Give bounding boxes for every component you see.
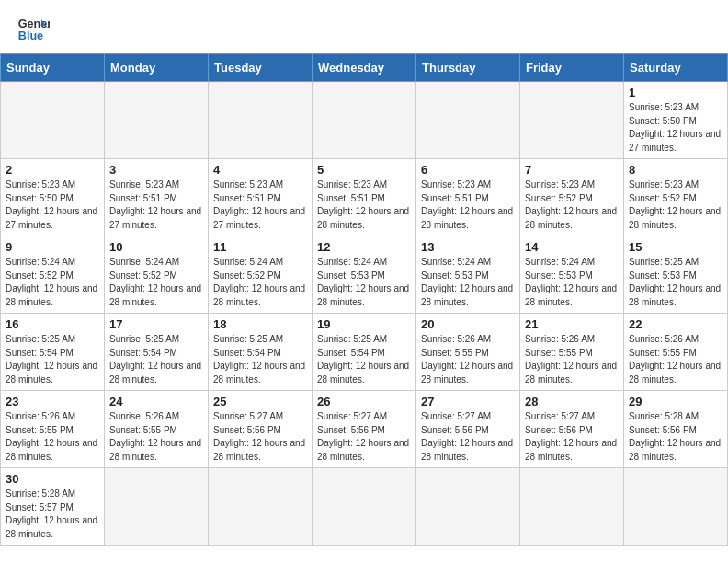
day-info: Sunrise: 5:27 AMSunset: 5:56 PMDaylight:…	[317, 410, 411, 464]
calendar-cell: 18Sunrise: 5:25 AMSunset: 5:54 PMDayligh…	[209, 314, 313, 391]
day-number: 19	[317, 317, 411, 331]
calendar-cell: 9Sunrise: 5:24 AMSunset: 5:52 PMDaylight…	[1, 236, 105, 314]
day-number: 22	[629, 317, 722, 331]
calendar-cell: 17Sunrise: 5:25 AMSunset: 5:54 PMDayligh…	[105, 314, 209, 391]
day-number: 13	[421, 240, 515, 254]
day-number: 30	[6, 472, 99, 486]
calendar-cell	[105, 468, 209, 546]
day-info: Sunrise: 5:26 AMSunset: 5:55 PMDaylight:…	[629, 333, 722, 386]
calendar-cell: 4Sunrise: 5:23 AMSunset: 5:51 PMDaylight…	[209, 159, 313, 236]
day-info: Sunrise: 5:23 AMSunset: 5:52 PMDaylight:…	[629, 178, 722, 232]
day-number: 11	[213, 240, 307, 254]
calendar-week-row-1: 1Sunrise: 5:23 AMSunset: 5:50 PMDaylight…	[1, 82, 728, 159]
day-number: 5	[317, 163, 411, 177]
svg-text:Blue: Blue	[18, 29, 43, 42]
day-number: 18	[213, 317, 307, 331]
weekday-header-tuesday: Tuesday	[209, 54, 313, 82]
day-number: 17	[109, 317, 203, 331]
calendar-week-row-6: 30Sunrise: 5:28 AMSunset: 5:57 PMDayligh…	[1, 468, 728, 546]
calendar-cell: 29Sunrise: 5:28 AMSunset: 5:56 PMDayligh…	[624, 391, 728, 468]
day-number: 24	[109, 395, 203, 408]
calendar-cell: 28Sunrise: 5:27 AMSunset: 5:56 PMDayligh…	[520, 391, 624, 468]
calendar-cell: 23Sunrise: 5:26 AMSunset: 5:55 PMDayligh…	[1, 391, 105, 468]
day-number: 16	[6, 317, 99, 331]
day-number: 6	[421, 163, 515, 177]
calendar-cell: 26Sunrise: 5:27 AMSunset: 5:56 PMDayligh…	[313, 391, 416, 468]
day-info: Sunrise: 5:25 AMSunset: 5:54 PMDaylight:…	[6, 333, 99, 386]
weekday-header-friday: Friday	[520, 54, 624, 82]
calendar-cell: 24Sunrise: 5:26 AMSunset: 5:55 PMDayligh…	[105, 391, 209, 468]
calendar-cell: 30Sunrise: 5:28 AMSunset: 5:57 PMDayligh…	[1, 468, 105, 546]
day-number: 10	[109, 240, 203, 254]
calendar-cell	[105, 82, 209, 159]
calendar-cell	[209, 82, 313, 159]
calendar-cell	[313, 468, 416, 546]
day-number: 1	[629, 86, 722, 99]
calendar-cell: 2Sunrise: 5:23 AMSunset: 5:50 PMDaylight…	[1, 159, 105, 236]
calendar-cell: 3Sunrise: 5:23 AMSunset: 5:51 PMDaylight…	[105, 159, 209, 236]
day-info: Sunrise: 5:26 AMSunset: 5:55 PMDaylight:…	[109, 410, 203, 464]
day-number: 8	[629, 163, 722, 177]
day-info: Sunrise: 5:23 AMSunset: 5:51 PMDaylight:…	[421, 178, 515, 232]
calendar-cell	[520, 468, 624, 546]
calendar-cell: 13Sunrise: 5:24 AMSunset: 5:53 PMDayligh…	[416, 236, 520, 314]
day-number: 29	[629, 395, 722, 408]
calendar-cell: 10Sunrise: 5:24 AMSunset: 5:52 PMDayligh…	[105, 236, 209, 314]
calendar-cell: 7Sunrise: 5:23 AMSunset: 5:52 PMDaylight…	[520, 159, 624, 236]
calendar-cell: 25Sunrise: 5:27 AMSunset: 5:56 PMDayligh…	[209, 391, 313, 468]
calendar-cell: 21Sunrise: 5:26 AMSunset: 5:55 PMDayligh…	[520, 314, 624, 391]
calendar-cell: 22Sunrise: 5:26 AMSunset: 5:55 PMDayligh…	[624, 314, 728, 391]
day-info: Sunrise: 5:24 AMSunset: 5:53 PMDaylight:…	[525, 256, 619, 309]
calendar-cell	[624, 468, 728, 546]
day-info: Sunrise: 5:24 AMSunset: 5:52 PMDaylight:…	[6, 256, 99, 309]
day-number: 27	[421, 395, 515, 408]
calendar-cell: 19Sunrise: 5:25 AMSunset: 5:54 PMDayligh…	[313, 314, 416, 391]
day-info: Sunrise: 5:24 AMSunset: 5:52 PMDaylight:…	[109, 256, 203, 309]
calendar-cell	[313, 82, 416, 159]
calendar-cell	[209, 468, 313, 546]
day-info: Sunrise: 5:24 AMSunset: 5:52 PMDaylight:…	[213, 256, 307, 309]
calendar-cell	[416, 468, 520, 546]
calendar-cell	[1, 82, 105, 159]
day-number: 14	[525, 240, 619, 254]
day-info: Sunrise: 5:27 AMSunset: 5:56 PMDaylight:…	[213, 410, 307, 464]
calendar-table: SundayMondayTuesdayWednesdayThursdayFrid…	[0, 53, 728, 546]
calendar-week-row-5: 23Sunrise: 5:26 AMSunset: 5:55 PMDayligh…	[1, 391, 728, 468]
day-info: Sunrise: 5:25 AMSunset: 5:54 PMDaylight:…	[109, 333, 203, 386]
calendar-cell: 15Sunrise: 5:25 AMSunset: 5:53 PMDayligh…	[624, 236, 728, 314]
day-info: Sunrise: 5:23 AMSunset: 5:51 PMDaylight:…	[109, 178, 203, 232]
day-number: 2	[6, 163, 99, 177]
calendar-cell: 1Sunrise: 5:23 AMSunset: 5:50 PMDaylight…	[624, 82, 728, 159]
calendar-cell: 8Sunrise: 5:23 AMSunset: 5:52 PMDaylight…	[624, 159, 728, 236]
day-info: Sunrise: 5:25 AMSunset: 5:54 PMDaylight:…	[213, 333, 307, 386]
calendar-cell: 20Sunrise: 5:26 AMSunset: 5:55 PMDayligh…	[416, 314, 520, 391]
day-number: 21	[525, 317, 619, 331]
day-info: Sunrise: 5:25 AMSunset: 5:54 PMDaylight:…	[317, 333, 411, 386]
calendar-cell: 27Sunrise: 5:27 AMSunset: 5:56 PMDayligh…	[416, 391, 520, 468]
day-number: 20	[421, 317, 515, 331]
calendar-week-row-4: 16Sunrise: 5:25 AMSunset: 5:54 PMDayligh…	[1, 314, 728, 391]
generalblue-logo-icon: General Blue	[17, 13, 50, 46]
weekday-header-monday: Monday	[105, 54, 209, 82]
calendar-cell: 14Sunrise: 5:24 AMSunset: 5:53 PMDayligh…	[520, 236, 624, 314]
day-info: Sunrise: 5:25 AMSunset: 5:53 PMDaylight:…	[629, 256, 722, 309]
day-number: 4	[213, 163, 307, 177]
calendar-cell: 16Sunrise: 5:25 AMSunset: 5:54 PMDayligh…	[1, 314, 105, 391]
day-info: Sunrise: 5:28 AMSunset: 5:56 PMDaylight:…	[629, 410, 722, 464]
day-number: 3	[109, 163, 203, 177]
day-number: 15	[629, 240, 722, 254]
day-info: Sunrise: 5:26 AMSunset: 5:55 PMDaylight:…	[6, 410, 99, 464]
day-info: Sunrise: 5:23 AMSunset: 5:52 PMDaylight:…	[525, 178, 619, 232]
weekday-header-wednesday: Wednesday	[313, 54, 416, 82]
day-number: 25	[213, 395, 307, 408]
day-info: Sunrise: 5:27 AMSunset: 5:56 PMDaylight:…	[421, 410, 515, 464]
day-info: Sunrise: 5:24 AMSunset: 5:53 PMDaylight:…	[421, 256, 515, 309]
day-info: Sunrise: 5:23 AMSunset: 5:51 PMDaylight:…	[317, 178, 411, 232]
calendar-week-row-3: 9Sunrise: 5:24 AMSunset: 5:52 PMDaylight…	[1, 236, 728, 314]
day-number: 7	[525, 163, 619, 177]
calendar-cell: 11Sunrise: 5:24 AMSunset: 5:52 PMDayligh…	[209, 236, 313, 314]
calendar-cell: 6Sunrise: 5:23 AMSunset: 5:51 PMDaylight…	[416, 159, 520, 236]
calendar-cell	[520, 82, 624, 159]
page-header: General Blue	[0, 0, 728, 53]
day-info: Sunrise: 5:26 AMSunset: 5:55 PMDaylight:…	[525, 333, 619, 386]
